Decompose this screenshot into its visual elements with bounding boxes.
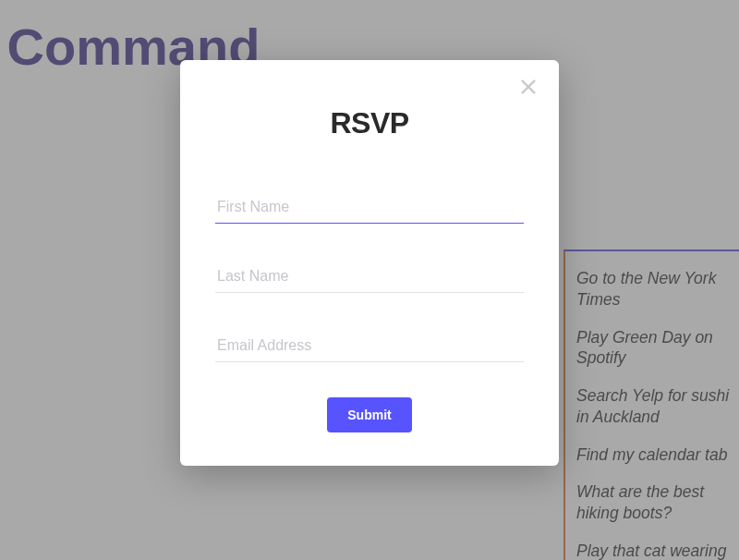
email-field[interactable] — [215, 330, 524, 362]
submit-button[interactable]: Submit — [327, 397, 411, 432]
close-icon — [518, 77, 539, 97]
modal-overlay[interactable]: RSVP Submit — [0, 0, 739, 560]
rsvp-form: Submit — [180, 191, 559, 432]
modal-title: RSVP — [180, 106, 559, 140]
rsvp-modal: RSVP Submit — [180, 60, 559, 466]
first-name-field[interactable] — [215, 191, 524, 224]
close-button[interactable] — [518, 77, 539, 97]
last-name-field[interactable] — [215, 261, 524, 293]
